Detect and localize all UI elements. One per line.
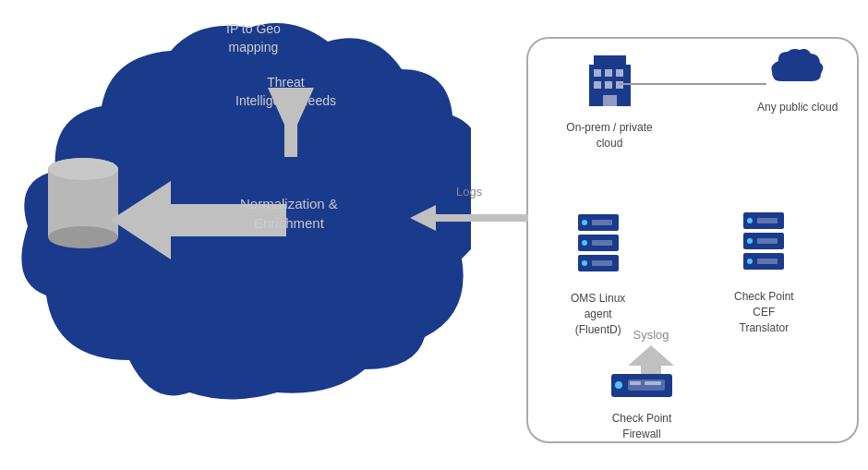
logs-label: Logs xyxy=(456,185,482,199)
cef-label: Check PointCEFTranslator xyxy=(734,289,794,335)
oms-label: OMS xyxy=(394,405,473,444)
norm-enrichment-text: Normalization &Enrichment xyxy=(240,194,338,233)
cef-wrap: Check PointCEFTranslator xyxy=(734,211,794,335)
svg-rect-23 xyxy=(592,240,612,246)
svg-rect-8 xyxy=(594,55,626,69)
diagram-container: IP to Geomapping ThreatIntelligence feed… xyxy=(0,0,868,470)
svg-point-30 xyxy=(747,259,753,264)
svg-rect-33 xyxy=(757,259,778,264)
onprem-label: On-prem / private cloud xyxy=(563,120,656,151)
ip-geo-text: IP to Geomapping xyxy=(226,20,281,56)
svg-marker-4 xyxy=(268,88,314,157)
fw-wrap: Check PointFirewall xyxy=(609,369,674,442)
funnel-icon xyxy=(263,83,319,165)
svg-rect-9 xyxy=(594,69,601,77)
svg-point-2 xyxy=(48,226,118,248)
svg-rect-12 xyxy=(594,81,601,89)
svg-point-3 xyxy=(48,158,118,180)
logs-arrow: Logs xyxy=(410,201,528,235)
svg-point-19 xyxy=(582,220,587,225)
svg-point-28 xyxy=(747,218,753,223)
oms-agent-label: OMS Linuxagent(FluentD) xyxy=(571,291,625,337)
svg-rect-39 xyxy=(645,381,661,385)
svg-rect-15 xyxy=(603,95,617,106)
pubcloud-label: Any public cloud xyxy=(757,100,838,115)
svg-rect-31 xyxy=(757,218,778,223)
syslog-label: Syslog xyxy=(633,328,669,342)
svg-rect-38 xyxy=(630,381,641,385)
svg-rect-24 xyxy=(592,260,612,266)
pubcloud-wrap: Any public cloud xyxy=(757,44,838,115)
top-connector-line xyxy=(619,83,766,85)
svg-marker-6 xyxy=(410,205,528,231)
svg-rect-13 xyxy=(605,81,612,89)
svg-point-29 xyxy=(747,238,753,244)
svg-rect-10 xyxy=(605,69,612,77)
svg-point-36 xyxy=(615,381,622,389)
svg-point-21 xyxy=(582,260,587,266)
fw-label: Check PointFirewall xyxy=(609,411,674,442)
svg-rect-32 xyxy=(757,238,778,244)
svg-point-20 xyxy=(582,240,587,246)
svg-rect-22 xyxy=(592,220,612,225)
svg-rect-11 xyxy=(616,69,623,77)
oms-agent-wrap: OMS Linuxagent(FluentD) xyxy=(571,212,625,337)
onprem-wrap: On-prem / private cloud xyxy=(563,51,656,151)
